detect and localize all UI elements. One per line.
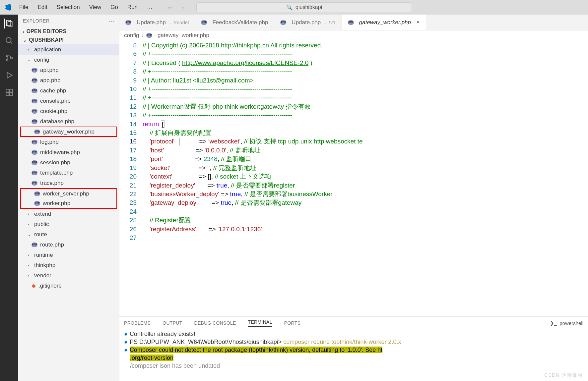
menu-edit[interactable]: Edit (33, 3, 51, 12)
tree-item-app-php[interactable]: app.php (18, 75, 119, 85)
svg-rect-9 (10, 89, 13, 92)
svg-marker-7 (7, 72, 12, 78)
tree-item--gitignore[interactable]: ◆.gitignore (18, 281, 119, 291)
run-debug-icon[interactable] (4, 70, 14, 80)
source-control-icon[interactable] (4, 53, 14, 63)
tree-item-config[interactable]: ⌄config (18, 55, 119, 65)
nav-back-icon[interactable]: ← (166, 3, 175, 12)
menu-go[interactable]: Go (106, 3, 122, 12)
svg-rect-11 (10, 93, 13, 96)
editor-tab-Update-php[interactable]: Update.php...\v1 (274, 15, 342, 30)
bottom-panel: PROBLEMS OUTPUT DEBUG CONSOLE TERMINAL P… (119, 316, 588, 381)
menu-more[interactable]: … (143, 3, 157, 12)
menu-selection[interactable]: Selection (53, 3, 84, 12)
file-tree: ›application⌄configapi.phpapp.phpcache.p… (18, 44, 119, 381)
search-activity-icon[interactable] (4, 36, 14, 46)
tree-item-middleware-php[interactable]: middleware.php (18, 147, 119, 157)
tree-item-cache-php[interactable]: cache.php (18, 85, 119, 96)
editor-tab-Update-php[interactable]: Update.php...\model (119, 15, 195, 30)
terminal-shell-label[interactable]: powershell (559, 320, 583, 326)
menu-bar: File Edit Selection View Go Run … (15, 3, 157, 12)
tree-item-vendor[interactable]: ›vendor (18, 270, 119, 281)
menu-view[interactable]: View (85, 3, 105, 12)
command-center-search[interactable]: 🔍 qiushibkapi (196, 2, 412, 12)
extensions-icon[interactable] (4, 87, 14, 97)
close-icon[interactable]: × (416, 19, 420, 26)
editor-tab-gateway_worker-php[interactable]: gateway_worker.php× (342, 15, 426, 30)
menu-file[interactable]: File (15, 3, 32, 12)
explorer-icon[interactable] (4, 19, 14, 28)
menu-run[interactable]: Run (123, 3, 142, 12)
watermark: CSDN @听微雨 (544, 372, 583, 378)
panel-tab-debug[interactable]: DEBUG CONSOLE (194, 320, 236, 326)
panel-tab-terminal[interactable]: TERMINAL (248, 319, 272, 327)
tree-item-gateway_worker-php[interactable]: gateway_worker.php (20, 127, 117, 137)
tree-item-log-php[interactable]: log.php (18, 137, 119, 147)
sidebar: EXPLORER ⋯ ›OPEN EDITORS ⌄QIUSHIBKAPI ›a… (18, 15, 119, 381)
editor-area: Update.php...\modelFeedbackValidate.phpU… (119, 15, 588, 381)
tree-item-application[interactable]: ›application (18, 44, 119, 55)
tree-item-thinkphp[interactable]: ›thinkphp (18, 260, 119, 270)
tree-item-runtime[interactable]: ›runtime (18, 250, 119, 260)
svg-point-2 (6, 37, 11, 42)
tree-item-session-php[interactable]: session.php (18, 157, 119, 168)
tree-item-database-php[interactable]: database.php (18, 116, 119, 127)
title-bar: File Edit Selection View Go Run … ← → 🔍 … (0, 0, 588, 15)
tree-item-route[interactable]: ⌄route (18, 229, 119, 240)
explorer-more-icon[interactable]: ⋯ (108, 17, 115, 25)
editor-tabs: Update.php...\modelFeedbackValidate.phpU… (119, 15, 588, 30)
svg-point-6 (10, 57, 12, 59)
open-editors-section[interactable]: ›OPEN EDITORS (18, 27, 119, 36)
panel-tab-output[interactable]: OUTPUT (163, 320, 182, 326)
tree-item-route-php[interactable]: route.php (18, 240, 119, 250)
explorer-title: EXPLORER (23, 18, 49, 24)
svg-rect-10 (6, 93, 9, 96)
panel-tab-ports[interactable]: PORTS (284, 320, 300, 326)
vscode-logo-icon (3, 3, 13, 12)
terminal-shell-icon[interactable]: ❯_ (550, 320, 557, 326)
svg-line-3 (10, 42, 12, 43)
search-icon: 🔍 (286, 4, 293, 11)
tree-item-api-php[interactable]: api.php (18, 65, 119, 75)
panel-tab-problems[interactable]: PROBLEMS (124, 320, 151, 326)
search-text: qiushibkapi (295, 4, 322, 10)
tree-item-cookie-php[interactable]: cookie.php (18, 106, 119, 116)
tree-item-extend[interactable]: ›extend (18, 209, 119, 219)
tree-item-worker_server-php[interactable]: worker_server.php (20, 188, 117, 198)
activity-bar (0, 15, 18, 381)
editor-tab-FeedbackValidate-php[interactable]: FeedbackValidate.php (195, 15, 274, 30)
tree-item-template-php[interactable]: template.php (18, 168, 119, 178)
breadcrumb[interactable]: config› gateway_worker.php (119, 30, 588, 40)
nav-forward-icon[interactable]: → (178, 3, 187, 12)
terminal[interactable]: ●Controller already exists! ●PS D:\UPUPW… (119, 329, 588, 381)
tree-item-worker-php[interactable]: worker.php (20, 198, 117, 209)
tree-item-console-php[interactable]: console.php (18, 96, 119, 106)
svg-point-4 (6, 55, 8, 57)
svg-point-5 (6, 59, 8, 61)
tree-item-trace-php[interactable]: trace.php (18, 178, 119, 188)
tree-item-public[interactable]: ›public (18, 219, 119, 229)
svg-rect-8 (6, 89, 9, 92)
project-section[interactable]: ⌄QIUSHIBKAPI (18, 36, 119, 44)
code-editor[interactable]: 5678910111213141516171819202122232425262… (119, 40, 588, 316)
